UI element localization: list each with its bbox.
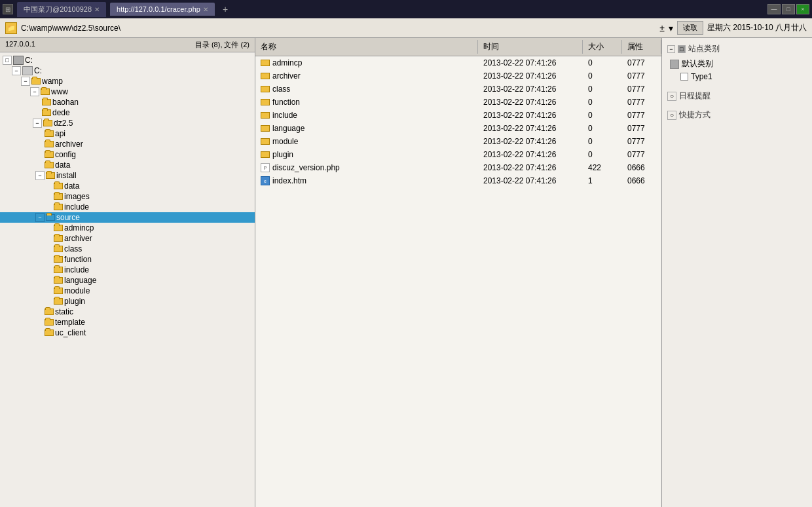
tree-label-computer: C: <box>25 56 33 65</box>
toggle-site-icon[interactable]: □ <box>678 45 686 53</box>
file-row[interactable]: function 2013-02-22 07:41:26 0 0777 <box>255 96 661 109</box>
file-size: 0 <box>588 111 593 120</box>
tree-item-source-admincp[interactable]: admincp <box>0 223 255 233</box>
maximize-button[interactable]: □ <box>782 4 795 14</box>
tree-label-template: template <box>55 318 85 327</box>
drive-icon <box>22 66 33 75</box>
far-right-panel: − □ 站点类别 默认类别 Type1 ○ 日程提醒 ○ 快捷方式 <box>661 38 812 507</box>
file-attr-cell: 0666 <box>622 162 661 173</box>
schedule-section: ○ 日程提醒 <box>667 90 807 102</box>
tree-item-install[interactable]: − install <box>0 170 255 181</box>
tree-item-www[interactable]: − www <box>0 86 255 97</box>
tree-item-source-include[interactable]: include <box>0 265 255 275</box>
tree-item-source-archiver[interactable]: archiver <box>0 233 255 244</box>
tree-item-c[interactable]: − C: <box>0 66 255 76</box>
tree-item-install-include[interactable]: include <box>0 202 255 212</box>
expand-install[interactable]: − <box>35 171 45 180</box>
read-button[interactable]: 读取 <box>677 21 703 35</box>
tree-item-uc-client[interactable]: uc_client <box>0 328 255 338</box>
file-row[interactable]: module 2013-02-22 07:41:26 0 0777 <box>255 135 661 148</box>
tree-item-source-language[interactable]: language <box>0 275 255 286</box>
tree-item-archiver[interactable]: archiver <box>0 139 255 149</box>
folder-dede-icon <box>42 109 51 116</box>
file-time-cell: 2013-02-22 07:41:26 <box>478 162 583 173</box>
file-time: 2013-02-22 07:41:26 <box>483 137 556 146</box>
site-category-default[interactable]: 默认类别 <box>667 57 807 71</box>
tree-item-config[interactable]: config <box>0 149 255 160</box>
shortcut-title: 快捷方式 <box>679 109 710 121</box>
tab-caidao[interactable]: 中国菜刀@20100928 ✕ <box>17 2 106 17</box>
file-size: 422 <box>588 163 601 172</box>
file-size: 0 <box>588 137 593 146</box>
tree-item-dede[interactable]: dede <box>0 107 255 118</box>
file-name-cell: class <box>255 84 478 94</box>
tree-item-source-class[interactable]: class <box>0 244 255 254</box>
file-row[interactable]: archiver 2013-02-22 07:41:26 0 0777 <box>255 69 661 83</box>
tree-item-api[interactable]: api <box>0 128 255 139</box>
file-size-cell: 0 <box>583 110 622 121</box>
expand-www[interactable]: − <box>30 87 39 96</box>
expand-site-category[interactable]: − <box>667 45 675 53</box>
main-area: 127.0.0.1 目录 (8), 文件 (2) □ C: − C: − <box>0 38 812 507</box>
file-time-cell: 2013-02-22 07:41:26 <box>478 149 583 160</box>
tab-caidao-close[interactable]: ✕ <box>94 6 100 13</box>
tree-item-static[interactable]: static <box>0 307 255 317</box>
file-name-cell: archiver <box>255 71 478 81</box>
expand-dz25[interactable]: − <box>33 119 42 128</box>
file-row[interactable]: admincp 2013-02-22 07:41:26 0 0777 <box>255 56 661 69</box>
folder-file-icon <box>261 112 270 119</box>
col-header-time[interactable]: 时间 <box>478 40 583 54</box>
folder-install-include-icon <box>54 204 63 210</box>
tree-label-install: install <box>56 171 77 180</box>
file-name: language <box>272 124 304 133</box>
col-header-size[interactable]: 大小 <box>583 40 622 54</box>
file-attr: 0777 <box>627 111 645 120</box>
folder-file-icon <box>261 86 270 92</box>
tree-item-install-images[interactable]: images <box>0 191 255 202</box>
tree-item-template[interactable]: template <box>0 317 255 328</box>
close-button[interactable]: × <box>796 4 809 14</box>
file-name: admincp <box>272 58 302 67</box>
dropdown-icon[interactable]: ▾ <box>669 23 673 33</box>
tree-item-source-plugin[interactable]: plugin <box>0 296 255 307</box>
expand-c[interactable]: − <box>12 66 21 75</box>
file-row[interactable]: Pdiscuz_version.php 2013-02-22 07:41:26 … <box>255 161 661 174</box>
site-category-type1[interactable]: Type1 <box>667 71 807 83</box>
file-row[interactable]: plugin 2013-02-22 07:41:26 0 0777 <box>255 148 661 161</box>
tree-item-wamp[interactable]: − wamp <box>0 76 255 86</box>
tree-label-install-include: include <box>64 202 89 212</box>
col-header-attr[interactable]: 属性 <box>622 40 661 54</box>
file-row[interactable]: include 2013-02-22 07:41:26 0 0777 <box>255 109 661 122</box>
add-tab-button[interactable]: + <box>219 4 232 14</box>
tree-label-static: static <box>55 307 73 316</box>
tree-item-source-module[interactable]: module <box>0 286 255 296</box>
tree-item-data[interactable]: data <box>0 160 255 170</box>
tab-cracer-close[interactable]: ✕ <box>203 6 208 13</box>
file-row[interactable]: eindex.htm 2013-02-22 07:41:26 1 0666 <box>255 174 661 187</box>
file-attr: 0777 <box>627 124 645 133</box>
expand-computer[interactable]: □ <box>3 56 12 65</box>
tree-item-dz25[interactable]: − dz2.5 <box>0 118 255 128</box>
php-file-icon: P <box>261 163 270 172</box>
expand-wamp[interactable]: − <box>21 77 30 86</box>
file-name-cell: Pdiscuz_version.php <box>255 162 478 173</box>
col-header-name[interactable]: 名称 <box>255 40 478 54</box>
tree-label-source-include: include <box>64 265 89 274</box>
tab-cracer[interactable]: http://127.0.0.1/cracer.php ✕ <box>110 3 215 16</box>
upload-icon[interactable]: ± <box>659 23 665 33</box>
tree-item-baohan[interactable]: baohan <box>0 97 255 107</box>
expand-source[interactable]: − <box>35 213 45 222</box>
file-row[interactable]: language 2013-02-22 07:41:26 0 0777 <box>255 122 661 135</box>
tree-item-source-function[interactable]: function <box>0 254 255 265</box>
address-bar: 📁 C:\wamp\www\dz2.5\source\ ± ▾ 读取 星期六 2… <box>0 18 812 38</box>
tree-item-source[interactable]: − source <box>0 212 255 223</box>
tree-item-computer[interactable]: □ C: <box>0 55 255 66</box>
file-name-cell: admincp <box>255 58 478 68</box>
folder-source-include-icon <box>54 267 63 273</box>
minimize-button[interactable]: — <box>767 4 781 14</box>
file-row[interactable]: class 2013-02-22 07:41:26 0 0777 <box>255 83 661 96</box>
tab-cracer-label: http://127.0.0.1/cracer.php <box>117 5 200 13</box>
file-list-body: admincp 2013-02-22 07:41:26 0 0777 archi… <box>255 56 661 507</box>
file-time: 2013-02-22 07:41:26 <box>483 163 556 172</box>
tree-item-install-data[interactable]: data <box>0 181 255 191</box>
